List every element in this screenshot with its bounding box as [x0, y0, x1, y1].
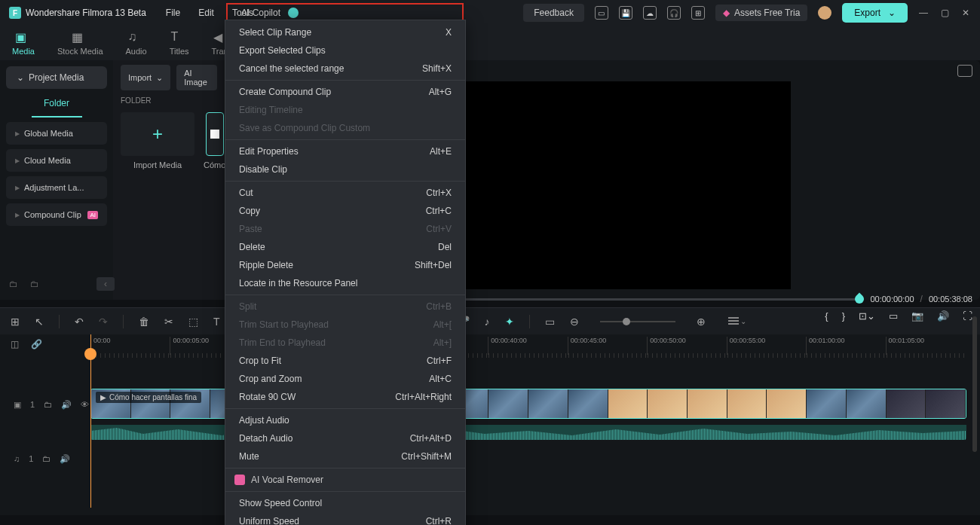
menu-ai-vocal-remover[interactable]: AI Vocal Remover: [225, 471, 465, 489]
minimize-icon[interactable]: —: [918, 8, 929, 18]
grid-view-icon[interactable]: ⊞: [11, 316, 20, 328]
menu-item-show-speed-control[interactable]: Show Speed Control: [225, 494, 465, 512]
seek-end-handle[interactable]: [853, 292, 866, 305]
video-track-icon[interactable]: ▣: [14, 400, 21, 410]
zoom-out-icon[interactable]: ⊖: [570, 316, 579, 328]
close-icon[interactable]: ✕: [960, 8, 971, 18]
video-track: ▣ 1 🗀 🔊 👁 ▶ Cómo hacer pantallas fina: [0, 387, 980, 422]
menu-item-delete[interactable]: DeleteDel: [225, 238, 465, 256]
zoom-slider[interactable]: [600, 321, 675, 322]
ai-image-button[interactable]: AI Image: [176, 65, 217, 90]
menu-edit[interactable]: Edit: [198, 5, 214, 21]
sidebar-item-cloud-media[interactable]: ▶Cloud Media: [6, 149, 107, 172]
link-icon[interactable]: 🔗: [31, 339, 42, 349]
fullscreen-icon[interactable]: ⛶: [963, 310, 972, 322]
menu-item-editing-timeline: Editing Timeline: [225, 101, 465, 119]
undo-icon[interactable]: ↶: [75, 316, 84, 328]
media-clip-tile[interactable]: Cómo: [204, 112, 225, 169]
audio-track-icon[interactable]: ♫: [14, 454, 20, 463]
volume-icon[interactable]: 🔊: [937, 310, 949, 322]
tab-audio[interactable]: ♫ Audio: [126, 30, 147, 56]
app-title: Wondershare Filmora 13 Beta: [26, 8, 146, 18]
sparkle-icon[interactable]: ✦: [505, 316, 514, 328]
cut-icon[interactable]: ✂: [164, 316, 173, 328]
menu-item-rotate-90-cw[interactable]: Rotate 90 CWCtrl+Alt+Right: [225, 388, 465, 406]
tab-media[interactable]: ▣ Media: [12, 30, 35, 56]
assets-pill[interactable]: ◆ Assets Free Tria: [715, 5, 807, 21]
redo-icon[interactable]: ↷: [99, 316, 108, 328]
marker-icon[interactable]: ▭: [545, 316, 555, 328]
menu-item-detach-audio[interactable]: Detach AudioCtrl+Alt+D: [225, 429, 465, 447]
menu-item-create-compound-clip[interactable]: Create Compound ClipAlt+G: [225, 83, 465, 101]
ratio-icon[interactable]: ⊡⌄: [859, 310, 875, 322]
brace-close-icon[interactable]: }: [842, 310, 845, 322]
playhead[interactable]: [90, 334, 91, 508]
save-icon[interactable]: 💾: [619, 6, 632, 20]
menu-item-cancel-the-selected-range[interactable]: Cancel the selected rangeShift+X: [225, 60, 465, 78]
ai-copilot-icon: [288, 8, 299, 18]
folder-icon[interactable]: 🗀: [44, 400, 52, 409]
vertical-scrollbar[interactable]: [972, 316, 977, 452]
menu-item-cut[interactable]: CutCtrl+X: [225, 184, 465, 202]
feedback-button[interactable]: Feedback: [523, 4, 584, 22]
crop-icon[interactable]: ⬚: [188, 316, 198, 328]
import-media-tile[interactable]: + Import Media: [121, 112, 194, 169]
new-folder-icon[interactable]: 🗀: [9, 279, 18, 289]
sidebar-item-adjustment[interactable]: ▶Adjustment La...: [6, 176, 107, 199]
folder-tab[interactable]: Folder: [32, 93, 82, 118]
snapshot-icon[interactable]: [957, 65, 972, 77]
mute-icon[interactable]: 🔊: [61, 400, 72, 410]
track-layout-icon[interactable]: ◫: [11, 339, 19, 349]
delete-icon[interactable]: 🗑: [139, 316, 149, 328]
stock-icon: ▦: [72, 30, 88, 44]
project-media-dropdown[interactable]: ⌄ Project Media: [6, 66, 107, 89]
display-icon[interactable]: ▭: [889, 310, 898, 322]
menu-item-crop-to-fit[interactable]: Crop to FitCtrl+F: [225, 352, 465, 370]
menu-item-ripple-delete[interactable]: Ripple DeleteShift+Del: [225, 256, 465, 274]
screen-icon[interactable]: ▭: [595, 6, 608, 20]
brace-open-icon[interactable]: {: [825, 310, 828, 322]
video-clip[interactable]: ▶ Cómo hacer pantallas fina: [90, 389, 966, 419]
timeline-ruler[interactable]: 00:0000:00:05:0000:00:10:0000:00:30:0000…: [90, 337, 965, 355]
context-menu: Select Clip RangeXExport Selected ClipsC…: [225, 20, 466, 525]
audio-waveform[interactable]: [90, 425, 966, 440]
music-icon[interactable]: ♪: [485, 316, 490, 328]
menu-item-copy[interactable]: CopyCtrl+C: [225, 202, 465, 220]
folder-icon[interactable]: 🗀: [42, 454, 51, 463]
grid-icon[interactable]: ⊞: [691, 6, 705, 20]
new-bin-icon[interactable]: 🗀: [30, 279, 39, 289]
media-browser: Import⌄ AI Image FOLDER + Import Media C…: [113, 60, 225, 300]
cursor-icon[interactable]: ↖: [35, 316, 44, 328]
menu-item-disable-clip[interactable]: Disable Clip: [225, 160, 465, 179]
tab-stock-media[interactable]: ▦ Stock Media: [57, 30, 103, 56]
menu-item-adjust-audio[interactable]: Adjust Audio: [225, 411, 465, 429]
tab-titles[interactable]: T Titles: [170, 30, 189, 56]
video-canvas[interactable]: [421, 81, 791, 289]
maximize-icon[interactable]: ▢: [939, 8, 950, 18]
clip-label: ▶ Cómo hacer pantallas fina: [96, 392, 201, 403]
menu-item-select-clip-range[interactable]: Select Clip RangeX: [225, 23, 465, 41]
menu-item-crop-and-zoom[interactable]: Crop and ZoomAlt+C: [225, 370, 465, 388]
zoom-in-icon[interactable]: ⊕: [697, 316, 706, 328]
menu-item-locate-in-the-resource-panel[interactable]: Locate in the Resource Panel: [225, 274, 465, 292]
export-button[interactable]: Export ⌄: [842, 3, 908, 23]
text-icon[interactable]: T: [213, 316, 220, 328]
import-button[interactable]: Import⌄: [121, 65, 170, 90]
menu-item-edit-properties[interactable]: Edit PropertiesAlt+E: [225, 142, 465, 160]
sidebar-item-global-media[interactable]: ▶Global Media: [6, 122, 107, 145]
menu-item-uniform-speed[interactable]: Uniform SpeedCtrl+R: [225, 512, 465, 525]
assets-label: Assets Free Tria: [734, 8, 800, 18]
cloud-icon[interactable]: ☁: [643, 6, 657, 20]
mute-icon[interactable]: 🔊: [60, 454, 70, 464]
menu-file[interactable]: File: [166, 5, 180, 21]
menu-item-export-selected-clips[interactable]: Export Selected Clips: [225, 41, 465, 60]
track-view-toggle[interactable]: ⌄: [728, 317, 746, 325]
folder-heading: FOLDER: [121, 96, 217, 105]
camera-icon[interactable]: 📷: [911, 310, 923, 322]
chevron-down-icon: ⌄: [17, 72, 24, 83]
menu-item-mute[interactable]: MuteCtrl+Shift+M: [225, 447, 465, 465]
sidebar-item-compound[interactable]: ▶Compound ClipAI: [6, 203, 107, 226]
avatar[interactable]: [818, 6, 831, 20]
headphones-icon[interactable]: 🎧: [667, 6, 681, 20]
collapse-sidebar-icon[interactable]: ‹: [96, 277, 115, 291]
